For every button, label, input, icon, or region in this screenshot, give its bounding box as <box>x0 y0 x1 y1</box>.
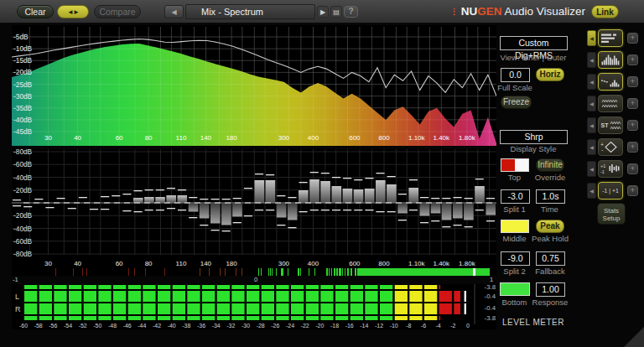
resize-grip[interactable] <box>624 327 644 347</box>
spectrogram-view-button[interactable] <box>598 95 623 112</box>
play-icon: ▶ <box>320 8 325 16</box>
svg-text:-36: -36 <box>197 323 205 329</box>
svg-text:-: - <box>601 147 604 153</box>
svg-text:40: 40 <box>74 134 81 142</box>
meter-view-row: ◀+ <box>587 29 642 48</box>
svg-text:-52: -52 <box>79 323 87 329</box>
svg-text:-32: -32 <box>226 323 235 329</box>
split1-field[interactable]: -3.0 <box>501 189 530 204</box>
svg-text:-80dB: -80dB <box>13 250 33 258</box>
svg-text:-30: -30 <box>242 323 250 329</box>
level-meter-display: LR-3.8-0.4-0.4-3.8-60-58-56-54-52-50-48-… <box>12 284 496 329</box>
meter-view-add-button[interactable]: + <box>627 33 638 44</box>
svg-text:-54: -54 <box>64 323 72 329</box>
time-label: Time <box>536 205 564 214</box>
correlation-history-view-collapse-tab[interactable]: ◀ <box>587 161 596 177</box>
peak-hold-label: Peak Hold <box>529 234 571 243</box>
preset-dropdown[interactable]: Mix - Spectrum <box>185 4 315 19</box>
stereo-spectrogram-view-add-button[interactable]: + <box>627 120 638 131</box>
svg-text:-12: -12 <box>375 323 383 329</box>
bottom-color-swatch[interactable] <box>500 282 530 296</box>
preset-next-button[interactable]: ▶ <box>317 6 329 18</box>
svg-text:30: 30 <box>44 260 52 267</box>
compare-button[interactable]: Compare <box>94 5 141 18</box>
freeze-button[interactable]: Freeze <box>501 96 532 109</box>
link-button[interactable]: Link <box>591 5 619 18</box>
correlation-meter-view-add-button[interactable]: + <box>627 185 638 196</box>
brand-product: Audio Visualizer <box>501 5 585 18</box>
vectorscope-view-button[interactable]: +- <box>598 138 623 156</box>
top-color-swatch[interactable] <box>501 158 529 172</box>
fallback-field[interactable]: 0.75 <box>536 251 565 266</box>
response-field[interactable]: 1.00 <box>536 282 565 297</box>
spectrogram-view-add-button[interactable]: + <box>627 98 638 109</box>
spectrum-view-button[interactable] <box>598 51 623 69</box>
toolbar: Clear ◄► Compare ◀ Mix - Spectrum ▶ ▤ ? … <box>0 0 644 23</box>
vectorscope-view-add-button[interactable]: + <box>627 142 638 153</box>
brand-gen: GEN <box>477 5 501 18</box>
svg-text:-48: -48 <box>108 323 117 329</box>
help-button[interactable]: ? <box>344 6 358 18</box>
spectrum-view-collapse-tab[interactable]: ◀ <box>587 52 596 68</box>
preset-prev-button[interactable]: ◀ <box>164 5 184 18</box>
fallback-label: Fallback <box>531 267 569 276</box>
svg-text:-16: -16 <box>345 323 354 329</box>
mode-selector[interactable]: Custom Dig+RMS <box>500 36 568 50</box>
svg-text:110: 110 <box>176 134 187 142</box>
split2-field[interactable]: -9.0 <box>501 251 530 266</box>
svg-text:400: 400 <box>308 134 319 142</box>
correlation-history-view-button[interactable]: +1-1 <box>598 160 623 178</box>
stats-setup-button[interactable]: Stats Setup <box>597 203 626 225</box>
correlation-meter-view-row: ◀-1 | +1+ <box>587 182 642 200</box>
correlation-min-label: -1 <box>13 276 18 283</box>
clear-button[interactable]: Clear <box>17 5 54 18</box>
svg-text:-10dB: -10dB <box>13 44 33 53</box>
preset-list-button[interactable]: ▤ <box>330 6 342 18</box>
spectrum-history-view-button[interactable] <box>598 73 623 91</box>
svg-text:-1: -1 <box>600 169 605 174</box>
horiz-button[interactable]: Horiz <box>536 68 564 81</box>
vectorscope-view-collapse-tab[interactable]: ◀ <box>587 139 596 155</box>
meter-view-button[interactable] <box>598 29 623 47</box>
svg-text:-20dB: -20dB <box>13 68 33 76</box>
peak-hold-button[interactable]: Peak <box>536 220 564 233</box>
middle-color-swatch[interactable] <box>501 220 529 233</box>
svg-text:-28: -28 <box>257 323 265 329</box>
svg-text:60: 60 <box>116 260 123 267</box>
spectrogram-view-collapse-tab[interactable]: ◀ <box>587 96 596 111</box>
override-label: Override <box>531 173 569 182</box>
svg-text:1.10k: 1.10k <box>408 260 426 267</box>
override-button[interactable]: Infinite <box>536 158 564 172</box>
svg-text:-40: -40 <box>168 323 176 329</box>
meter-view-collapse-tab[interactable]: ◀ <box>587 30 596 46</box>
stereo-spectrogram-view-collapse-tab[interactable]: ◀ <box>587 117 596 133</box>
svg-text:-1 | +1: -1 | +1 <box>602 188 619 194</box>
stereo-spectrogram-view-button[interactable]: ST <box>598 117 623 134</box>
svg-text:-18: -18 <box>330 323 339 329</box>
spectrum-history-view-add-button[interactable]: + <box>627 76 638 87</box>
svg-text:-60dB: -60dB <box>13 237 33 246</box>
ab-swap-button[interactable]: ◄► <box>57 5 89 18</box>
top-color-left <box>501 159 515 171</box>
svg-text:-50: -50 <box>93 323 101 329</box>
svg-text:400: 400 <box>308 260 319 267</box>
bottom-color <box>501 283 529 295</box>
svg-text:-14: -14 <box>360 323 368 329</box>
svg-text:+1: +1 <box>600 163 605 168</box>
svg-text:140: 140 <box>200 260 212 267</box>
offset-field[interactable]: 0.0 <box>501 68 530 82</box>
band-balance-display: -20dB-20dB-40dB-40dB-60dB-60dB-80dB-80dB… <box>12 149 496 268</box>
spectrum-view-add-button[interactable]: + <box>627 54 638 65</box>
svg-text:R: R <box>15 305 21 313</box>
svg-text:-20dB: -20dB <box>13 186 33 194</box>
correlation-meter-view-collapse-tab[interactable]: ◀ <box>587 183 596 199</box>
svg-text:-34: -34 <box>212 323 221 329</box>
spectrum-history-view-collapse-tab[interactable]: ◀ <box>587 74 596 90</box>
svg-text:80: 80 <box>145 260 153 267</box>
time-field[interactable]: 1.0s <box>536 189 565 204</box>
correlation-meter-view-button[interactable]: -1 | +1 <box>598 182 623 199</box>
spectrogram-view-icon <box>599 96 622 111</box>
svg-text:-8: -8 <box>406 323 411 329</box>
correlation-history-view-add-button[interactable]: + <box>627 163 638 174</box>
display-style-selector[interactable]: Shrp <box>500 130 568 144</box>
